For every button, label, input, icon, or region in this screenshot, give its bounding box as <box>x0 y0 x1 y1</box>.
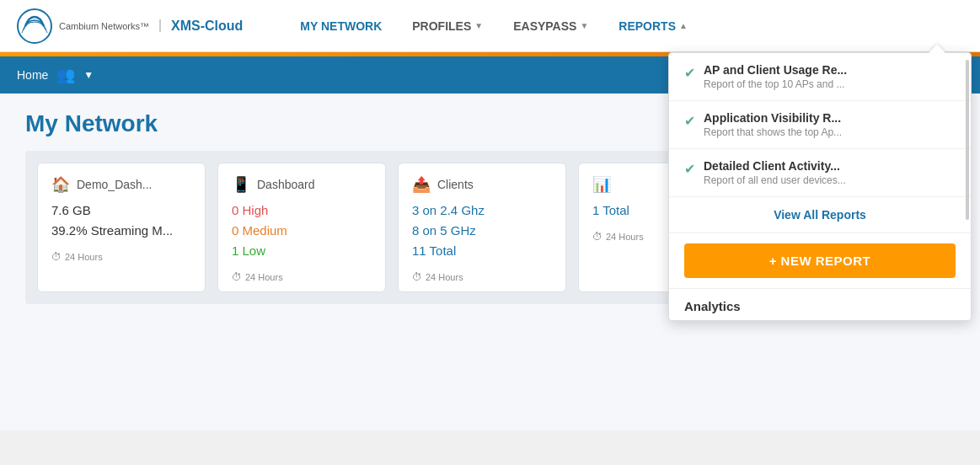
card-fourth[interactable]: 📊 1 Total ⏱ 24 Hours <box>578 163 679 292</box>
clock-icon-3: ⏱ <box>412 271 422 283</box>
card-demo-dash-header: 🏠 Demo_Dash... <box>51 175 191 194</box>
subnav-group-icon: 👥 <box>56 66 75 84</box>
top-navigation: Cambium Networks™ XMS-Cloud MY NETWORK P… <box>0 0 980 52</box>
card-clients[interactable]: 📤 Clients 3 on 2.4 Ghz 8 on 5 GHz 11 Tot… <box>398 163 566 292</box>
nav-item-reports[interactable]: REPORTS ▲ <box>603 0 703 52</box>
analytics-section-title: Analytics <box>669 288 971 320</box>
report-3-name: Detailed Client Activity... <box>704 159 846 173</box>
card-clients-footer: ⏱ 24 Hours <box>412 271 552 283</box>
profiles-caret: ▼ <box>474 21 483 30</box>
reports-caret: ▲ <box>679 21 688 30</box>
new-report-button[interactable]: + NEW REPORT <box>684 243 956 278</box>
nav-links: MY NETWORK PROFILES ▼ EASYPASS ▼ REPORTS… <box>285 0 963 52</box>
nav-item-easypass[interactable]: EASYPASS ▼ <box>498 0 603 52</box>
card-dashboard-high: 0 High <box>232 200 372 221</box>
tablet-icon: 📱 <box>232 175 250 194</box>
dropdown-arrow <box>929 45 945 53</box>
clock-icon: ⏱ <box>51 251 62 263</box>
report-1-name: AP and Client Usage Re... <box>704 63 847 77</box>
card-demo-dash-value1: 7.6 GB <box>51 200 191 221</box>
report-1-content: AP and Client Usage Re... Report of the … <box>704 63 847 90</box>
dropdown-scrollbar[interactable] <box>966 60 969 220</box>
subnav-caret[interactable]: ▼ <box>83 69 94 81</box>
card-demo-dash-footer: ⏱ 24 Hours <box>51 251 191 263</box>
cambium-logo-icon <box>17 8 52 44</box>
dropdown-item-detailed-client[interactable]: ✔ Detailed Client Activity... Report of … <box>669 149 971 197</box>
report-1-desc: Report of the top 10 APs and ... <box>704 78 847 90</box>
report-2-desc: Report that shows the top Ap... <box>704 126 842 138</box>
check-icon-1: ✔ <box>684 65 695 81</box>
card-dashboard[interactable]: 📱 Dashboard 0 High 0 Medium 1 Low ⏱ 24 H… <box>217 163 386 292</box>
card-clients-header: 📤 Clients <box>412 175 552 194</box>
check-icon-3: ✔ <box>684 161 695 177</box>
check-icon-2: ✔ <box>684 113 695 129</box>
subnav-home-label: Home <box>17 68 48 82</box>
svg-point-0 <box>18 9 51 43</box>
card-dashboard-header: 📱 Dashboard <box>232 175 372 194</box>
report-3-desc: Report of all end user devices... <box>704 174 846 186</box>
card-dashboard-medium: 0 Medium <box>232 221 372 241</box>
nav-item-my-network[interactable]: MY NETWORK <box>285 0 397 52</box>
report-2-name: Application Visibility R... <box>704 111 842 125</box>
nav-item-profiles[interactable]: PROFILES ▼ <box>397 0 498 52</box>
card-fourth-header: 📊 <box>592 175 665 194</box>
reports-dropdown: ✔ AP and Client Usage Re... Report of th… <box>668 52 972 321</box>
chart-icon: 📊 <box>592 175 611 194</box>
card-clients-total: 11 Total <box>412 241 552 261</box>
card-clients-24ghz: 3 on 2.4 Ghz <box>412 200 552 221</box>
card-fourth-footer: ⏱ 24 Hours <box>592 231 665 243</box>
card-fourth-total: 1 Total <box>592 200 665 221</box>
clock-icon-4: ⏱ <box>592 231 602 243</box>
view-all-reports-section: View All Reports <box>669 197 971 233</box>
card-dashboard-footer: ⏱ 24 Hours <box>232 271 372 283</box>
report-3-content: Detailed Client Activity... Report of al… <box>704 159 846 186</box>
card-dashboard-low: 1 Low <box>232 241 372 261</box>
view-all-reports-link[interactable]: View All Reports <box>774 208 866 222</box>
easypass-caret: ▼ <box>580 21 588 30</box>
dropdown-item-app-visibility[interactable]: ✔ Application Visibility R... Report tha… <box>669 101 971 149</box>
card-clients-title: Clients <box>437 178 474 191</box>
card-clients-5ghz: 8 on 5 GHz <box>412 221 552 241</box>
logo-area: Cambium Networks™ XMS-Cloud <box>17 8 268 44</box>
card-demo-dash[interactable]: 🏠 Demo_Dash... 7.6 GB 39.2% Streaming M.… <box>37 163 206 292</box>
brand-name: Cambium Networks™ <box>59 19 161 33</box>
dropdown-item-ap-usage[interactable]: ✔ AP and Client Usage Re... Report of th… <box>669 53 971 101</box>
clock-icon-2: ⏱ <box>232 271 242 283</box>
card-demo-dash-value2: 39.2% Streaming M... <box>51 221 191 241</box>
product-name: XMS-Cloud <box>171 19 243 34</box>
home-icon: 🏠 <box>51 175 70 194</box>
clients-icon: 📤 <box>412 175 431 194</box>
report-2-content: Application Visibility R... Report that … <box>704 111 842 138</box>
card-dashboard-title: Dashboard <box>257 178 315 191</box>
card-demo-dash-title: Demo_Dash... <box>77 178 152 191</box>
